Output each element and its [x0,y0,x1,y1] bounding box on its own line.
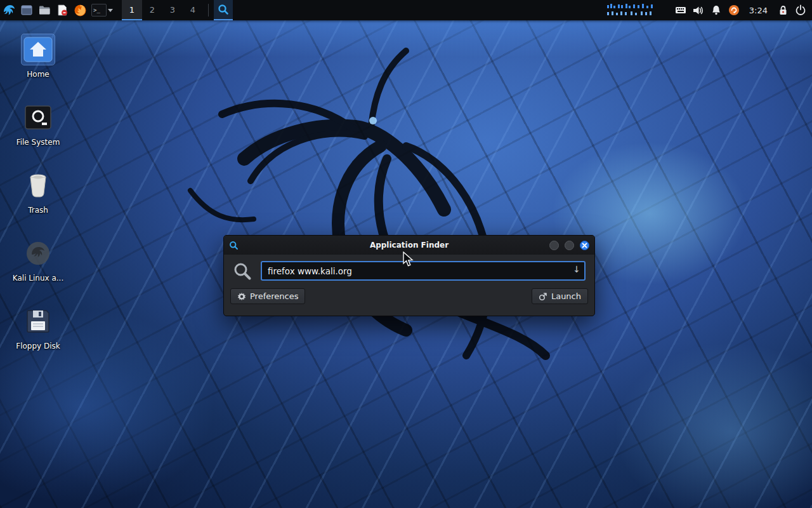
chevron-down-icon [108,9,113,12]
panel-separator [208,4,209,17]
window-app-icon [229,241,239,250]
workspace-number: 3 [170,5,175,15]
panel-left-group: >_ 1 2 3 4 [0,0,233,20]
lock-icon [778,5,789,16]
desktop-icon-label: Kali Linux a... [0,274,76,283]
power-icon [795,4,806,16]
gear-icon [237,292,246,301]
desktop-icon-file-system[interactable]: File System [0,102,76,147]
workspace-button-4[interactable]: 4 [183,0,203,20]
window-controls [549,241,589,250]
taskbar-application-finder[interactable] [214,0,233,20]
firefox-launcher[interactable] [71,0,89,20]
kali-installer-icon [22,238,55,269]
magnifier-icon [218,4,229,15]
desktop-icon-kali-installer[interactable]: Kali Linux a... [0,238,76,283]
maximize-button[interactable] [565,241,574,250]
workspace-button-2[interactable]: 2 [142,0,162,20]
keyboard-icon [675,4,686,16]
document-icon [56,4,69,17]
desktop-icon-floppy-disk[interactable]: Floppy Disk [0,306,76,351]
search-icon [233,262,252,281]
firefox-icon [74,4,87,17]
desktop-icon-trash[interactable]: Trash [0,170,76,215]
application-finder-window: Application Finder ↓ Preferen [223,235,595,316]
home-folder-icon [22,34,55,65]
workspace-switcher: 1 2 3 4 [122,0,203,20]
launch-label: Launch [551,291,581,301]
kali-menu-button[interactable] [0,0,18,20]
desktop-icon-label: File System [0,138,76,147]
trash-icon [22,170,55,201]
minimize-button[interactable] [549,241,559,250]
orange-status-icon [728,4,740,16]
system-monitor-widget[interactable] [606,3,664,18]
folder-icon [38,4,51,17]
file-system-drive-icon [22,102,55,133]
preferences-label: Preferences [250,291,298,301]
launch-icon [539,292,547,301]
window-icon [20,4,33,17]
desktop-icon-home[interactable]: Home [0,34,76,79]
show-desktop-button[interactable] [18,0,36,20]
dialog-button-row: Preferences Launch [224,284,594,308]
volume-tray[interactable] [691,0,706,20]
text-editor-launcher[interactable] [53,0,71,20]
workspace-number: 1 [129,5,134,15]
display-settings-tray[interactable] [673,0,688,20]
desktop-icon-label: Home [0,70,76,79]
launch-button[interactable]: Launch [532,288,588,304]
workspace-number: 2 [150,5,155,15]
bell-icon [710,4,722,16]
file-manager-launcher[interactable] [36,0,53,20]
terminal-icon: >_ [91,4,107,17]
workspace-button-1[interactable]: 1 [122,0,142,20]
search-input-wrap: ↓ [261,261,586,281]
update-notifier-tray[interactable] [726,0,742,20]
screen-lock-tray[interactable] [775,0,790,20]
dialog-body: ↓ [224,255,594,284]
search-input[interactable] [261,261,586,281]
terminal-launcher[interactable]: >_ [89,0,115,20]
workspace-number: 4 [190,5,195,15]
notifications-tray[interactable] [709,0,724,20]
kali-logo-icon [2,3,16,17]
window-title: Application Finder [224,241,594,250]
close-icon [582,243,587,248]
preferences-button[interactable]: Preferences [230,288,305,304]
top-panel: >_ 1 2 3 4 [0,0,812,20]
titlebar[interactable]: Application Finder [224,236,594,255]
clock[interactable]: 3:24 [744,6,773,15]
logout-button[interactable] [793,0,808,20]
close-button[interactable] [580,241,589,250]
cpu-graph-icon [606,3,664,18]
speaker-icon [692,4,704,17]
desktop-icon-label: Trash [0,206,76,215]
workspace-button-3[interactable]: 3 [162,0,183,20]
panel-right-group: 3:24 [606,0,812,20]
floppy-disk-icon [22,306,55,337]
dropdown-arrow-icon[interactable]: ↓ [573,264,580,274]
desktop-icon-label: Floppy Disk [0,342,76,351]
